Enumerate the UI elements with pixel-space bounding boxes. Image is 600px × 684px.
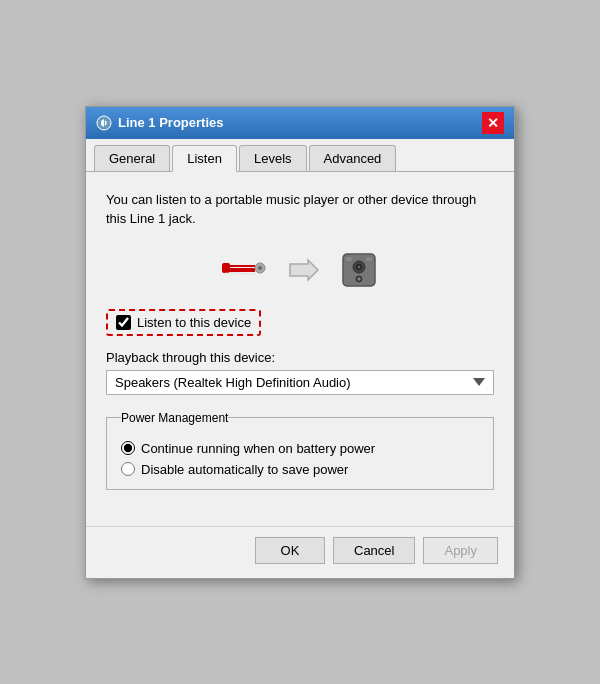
svg-marker-7 (290, 260, 318, 280)
title-bar-left: Line 1 Properties (96, 115, 223, 131)
tab-listen[interactable]: Listen (172, 145, 237, 172)
listen-to-device-label[interactable]: Listen to this device (137, 315, 251, 330)
audio-icon (96, 115, 112, 131)
tab-content: You can listen to a portable music playe… (86, 172, 514, 526)
dialog-window: Line 1 Properties ✕ General Listen Level… (85, 106, 515, 579)
ok-button[interactable]: OK (255, 537, 325, 564)
tab-general[interactable]: General (94, 145, 170, 171)
close-button[interactable]: ✕ (482, 112, 504, 134)
description-text: You can listen to a portable music playe… (106, 190, 494, 229)
icons-row (106, 249, 494, 291)
radio-continue[interactable] (121, 441, 135, 455)
window-title: Line 1 Properties (118, 115, 223, 130)
svg-rect-15 (366, 257, 372, 261)
listen-to-device-checkbox[interactable] (116, 315, 131, 330)
svg-rect-14 (346, 257, 352, 261)
audio-cable-icon (220, 250, 270, 290)
power-management-legend: Power Management (121, 411, 228, 425)
title-bar: Line 1 Properties ✕ (86, 107, 514, 139)
tabs-container: General Listen Levels Advanced (86, 139, 514, 172)
arrow-icon (286, 256, 322, 284)
svg-point-4 (258, 266, 262, 270)
radio-disable-row: Disable automatically to save power (121, 462, 479, 477)
radio-disable[interactable] (121, 462, 135, 476)
radio-continue-row: Continue running when on battery power (121, 441, 479, 456)
playback-label: Playback through this device: (106, 350, 494, 365)
radio-disable-label[interactable]: Disable automatically to save power (141, 462, 348, 477)
button-row: OK Cancel Apply (86, 526, 514, 578)
svg-line-6 (225, 273, 255, 274)
tab-advanced[interactable]: Advanced (309, 145, 397, 171)
radio-continue-label[interactable]: Continue running when on battery power (141, 441, 375, 456)
playback-device-row: Speakers (Realtek High Definition Audio) (106, 370, 494, 395)
tab-levels[interactable]: Levels (239, 145, 307, 171)
svg-point-13 (358, 277, 361, 280)
power-management-group: Power Management Continue running when o… (106, 411, 494, 490)
svg-point-11 (358, 265, 361, 268)
svg-rect-5 (222, 263, 230, 273)
listen-checkbox-container: Listen to this device (106, 309, 261, 336)
apply-button[interactable]: Apply (423, 537, 498, 564)
cancel-button[interactable]: Cancel (333, 537, 415, 564)
speaker-icon (338, 249, 380, 291)
playback-device-dropdown[interactable]: Speakers (Realtek High Definition Audio) (106, 370, 494, 395)
